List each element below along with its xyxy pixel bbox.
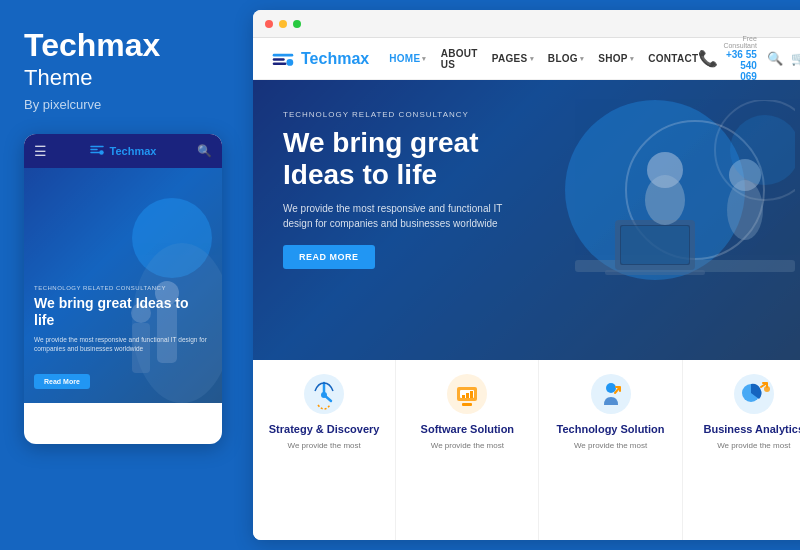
mobile-mockup: ☰ Techmax 🔍 [24, 134, 222, 444]
phone-icon: 📞 [698, 49, 718, 68]
nav-item-pages[interactable]: PAGES ▾ [492, 53, 534, 64]
site-nav-menu: HOME ▾ ABOUT US PAGES ▾ BLOG ▾ SHOP ▾ CO… [389, 48, 698, 70]
mobile-navbar: ☰ Techmax 🔍 [24, 134, 222, 168]
nav-item-about[interactable]: ABOUT US [441, 48, 478, 70]
mobile-logo: Techmax [88, 142, 157, 160]
svg-rect-6 [273, 53, 294, 56]
svg-point-31 [606, 383, 616, 393]
mobile-hero-title: We bring great Ideas to life [34, 295, 212, 329]
hero-desc: We provide the most responsive and funct… [283, 201, 513, 231]
svg-rect-9 [273, 62, 287, 65]
svg-rect-27 [462, 395, 465, 398]
analytics-icon-area [732, 372, 776, 416]
mobile-hero-tag: TECHNOLOGY RELATED CONSULTANCY [34, 285, 212, 291]
right-panel: Techmax HOME ▾ ABOUT US PAGES ▾ BLOG ▾ S… [245, 0, 800, 550]
mobile-hero-desc: We provide the most responsive and funct… [34, 335, 212, 353]
browser-dot-yellow [279, 20, 287, 28]
service-title-strategy: Strategy & Discovery [269, 422, 380, 436]
hero-title: We bring great Ideas to life [283, 127, 513, 191]
site-nav-right: 📞 Free Consultant +36 55 540 069 🔍 🛒 [698, 35, 800, 82]
analytics-icon [733, 373, 775, 415]
software-icon [446, 373, 488, 415]
service-desc-analytics: We provide the most [717, 440, 790, 451]
service-card-analytics: Business Analytics We provide the most [683, 360, 800, 540]
browser-window: Techmax HOME ▾ ABOUT US PAGES ▾ BLOG ▾ S… [253, 10, 800, 540]
service-card-software: Software Solution We provide the most [396, 360, 539, 540]
left-panel: Techmax Theme By pixelcurve ☰ Techmax 🔍 [0, 0, 245, 550]
strategy-icon-area [302, 372, 346, 416]
svg-point-34 [764, 386, 770, 392]
search-icon[interactable]: 🔍 [767, 51, 783, 66]
technology-icon-area [589, 372, 633, 416]
mobile-hero-content: TECHNOLOGY RELATED CONSULTANCY We bring … [34, 285, 212, 353]
svg-rect-18 [621, 226, 689, 264]
site-hero-content: TECHNOLOGY RELATED CONSULTANCY We bring … [283, 110, 513, 269]
brand-by: By pixelcurve [24, 97, 221, 112]
site-nav-icons: 🔍 🛒 [767, 51, 800, 66]
strategy-icon [303, 373, 345, 415]
nav-item-blog[interactable]: BLOG ▾ [548, 53, 584, 64]
svg-point-30 [591, 374, 631, 414]
svg-point-22 [321, 392, 327, 398]
service-card-strategy: Strategy & Discovery We provide the most [253, 360, 396, 540]
hero-read-more-button[interactable]: Read More [283, 245, 375, 269]
site-nav-phone: Free Consultant +36 55 540 069 [723, 35, 756, 82]
nav-item-shop[interactable]: SHOP ▾ [598, 53, 634, 64]
mobile-search-icon: 🔍 [197, 144, 212, 158]
service-desc-strategy: We provide the most [288, 440, 361, 451]
service-card-technology: Technology Solution We provide the most [539, 360, 682, 540]
svg-point-8 [286, 59, 293, 66]
site-logo-text: Techmax [301, 50, 369, 68]
mobile-menu-icon: ☰ [34, 143, 47, 159]
service-desc-software: We provide the most [431, 440, 504, 451]
mobile-logo-text: Techmax [110, 145, 157, 157]
service-title-analytics: Business Analytics [704, 422, 800, 436]
svg-rect-7 [273, 58, 285, 61]
cart-icon[interactable]: 🛒 [791, 51, 800, 66]
mobile-hero: TECHNOLOGY RELATED CONSULTANCY We bring … [24, 168, 222, 403]
browser-dot-green [293, 20, 301, 28]
nav-item-contact[interactable]: CONTACT [648, 53, 698, 64]
service-title-technology: Technology Solution [557, 422, 665, 436]
hero-tag: TECHNOLOGY RELATED CONSULTANCY [283, 110, 513, 119]
brand-theme: Theme [24, 65, 221, 91]
brand-name: Techmax [24, 28, 221, 63]
mobile-read-more-button[interactable]: Read More [34, 374, 90, 389]
svg-rect-29 [470, 391, 473, 398]
service-desc-technology: We provide the most [574, 440, 647, 451]
service-title-software: Software Solution [421, 422, 515, 436]
technology-icon [590, 373, 632, 415]
site-logo: Techmax [271, 47, 369, 71]
svg-rect-28 [466, 393, 469, 398]
site-hero: TECHNOLOGY RELATED CONSULTANCY We bring … [253, 80, 800, 360]
site-navbar: Techmax HOME ▾ ABOUT US PAGES ▾ BLOG ▾ S… [253, 38, 800, 80]
svg-rect-13 [605, 270, 705, 275]
nav-item-home[interactable]: HOME ▾ [389, 53, 427, 64]
svg-rect-26 [462, 403, 472, 406]
svg-point-0 [99, 150, 104, 155]
software-icon-area [445, 372, 489, 416]
services-strip: Strategy & Discovery We provide the most [253, 360, 800, 540]
hero-people-illustration [535, 100, 795, 360]
svg-point-15 [647, 152, 683, 188]
browser-chrome [253, 10, 800, 38]
browser-dot-red [265, 20, 273, 28]
